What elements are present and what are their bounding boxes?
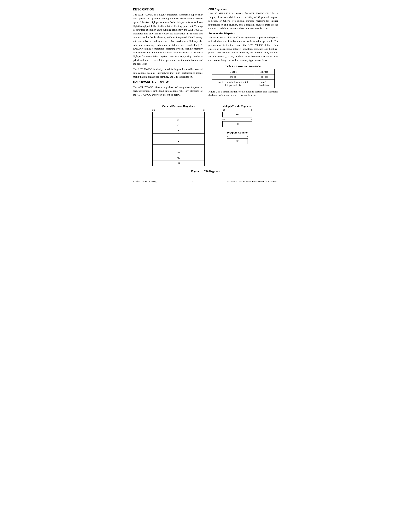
pc-bit-range: 63 0 [227, 135, 248, 138]
gpr-table: 0 r1 r2 • • • [152, 112, 205, 166]
superscalar-dispatch-title: Superscalar Dispatch [208, 32, 278, 35]
pc-register-cell: PC [227, 138, 248, 144]
hi-bit-low: 0 [251, 109, 252, 112]
program-counter-group: Program Counter 63 0 PC [227, 131, 248, 144]
gpr-cell-dot1: • [152, 128, 205, 133]
gpr-row-dot4: • [152, 144, 205, 150]
mul-div-label: Multiply/Divide Registers [223, 105, 252, 108]
hardware-overview-title: HARDWARE OVERVIEW [133, 80, 203, 84]
gpr-cell-30: r30 [152, 155, 205, 161]
gpr-row-1: r1 [152, 117, 205, 123]
gpr-row-0: 0 [152, 112, 205, 117]
multiply-divide-group: Multiply/Divide Registers 63 0 HI 63 0 [223, 105, 252, 127]
gpr-row-dot3: • [152, 139, 205, 144]
cpu-registers-title: CPU Registers [208, 8, 278, 11]
lo-bit-low: 0 [251, 118, 252, 121]
lo-register-table: LO [223, 121, 252, 127]
table-note: Figure 2 is a simplification of the pipe… [208, 90, 278, 97]
gpr-row-29: r29 [152, 150, 205, 155]
footer-center: 2 [192, 180, 193, 182]
table-row2-col1: integer, branch, floating-point, integer… [212, 79, 254, 88]
left-column: DESCRIPTION The ACT 7000SC is a highly i… [133, 8, 203, 99]
lo-register-cell: LO [223, 121, 252, 127]
hardware-overview-section: HARDWARE OVERVIEW The ACT 7000SC offers … [133, 80, 203, 97]
hi-register-row: HI [223, 112, 252, 117]
table-col1-header: F Pipe [212, 69, 254, 74]
table-row1-col2: one of: [254, 74, 274, 79]
table-row2-col2: integer, load/store [254, 79, 274, 88]
hi-bit-high: 63 [223, 109, 225, 112]
table-title: Table 1 – Instruction Issue Rules [208, 65, 278, 68]
top-section: DESCRIPTION The ACT 7000SC is a highly i… [133, 8, 278, 99]
figures-section: General Purpose Registers 63 0 0 r1 r2 [133, 105, 278, 166]
gpr-row-dot2: • [152, 133, 205, 139]
gpr-cell-1: r1 [152, 117, 205, 123]
table-row-1: one of: one of: [212, 74, 274, 79]
figure-caption: Figure 1 – CP0 Registers [133, 170, 278, 173]
gpr-figure: General Purpose Registers 63 0 0 r1 r2 [152, 105, 205, 166]
hi-bit-range: 63 0 [223, 109, 252, 112]
instruction-issue-table: F Pipe M Pipe one of: one of: integer, b… [212, 69, 275, 88]
hi-register-table: HI [223, 112, 252, 117]
table-row-2: integer, branch, floating-point, integer… [212, 79, 274, 88]
instruction-issue-table-container: Table 1 – Instruction Issue Rules F Pipe… [208, 65, 278, 88]
gpr-bit-low: 0 [204, 109, 205, 112]
pc-label: Program Counter [227, 131, 248, 134]
gpr-row-2: r2 [152, 123, 205, 128]
table-row1-col1: one of: [212, 74, 254, 79]
hardware-overview-para: The ACT 7000SC offers a high-level of in… [133, 85, 203, 97]
lo-register-row: LO [223, 121, 252, 127]
gpr-row-31: r31 [152, 161, 205, 166]
lo-bit-high: 63 [223, 118, 225, 121]
description-para-2: The ACT 7000SC is ideally suited for hig… [133, 67, 203, 79]
description-para-1: The ACT 7000SC is a highly integrated sy… [133, 13, 203, 66]
hi-register-cell: HI [223, 112, 252, 117]
gpr-row-dot1: • [152, 128, 205, 133]
gpr-bit-high: 63 [152, 109, 155, 112]
right-registers-block: Multiply/Divide Registers 63 0 HI 63 0 [216, 105, 259, 166]
gpr-cell-dot2: • [152, 133, 205, 139]
gpr-row-30: r30 [152, 155, 205, 161]
gpr-cell-0: 0 [152, 112, 205, 117]
gpr-cell-31: r31 [152, 161, 205, 166]
description-title: DESCRIPTION [133, 8, 203, 11]
footer-right: SCD7000SC REV B 7/30/01 Plainview NY (51… [227, 180, 278, 182]
footer-left: Aeroflex Circuit Technology [133, 180, 158, 182]
lo-bit-range: 63 0 [223, 118, 252, 121]
table-col2-header: M Pipe [254, 69, 274, 74]
page: DESCRIPTION The ACT 7000SC is a highly i… [133, 8, 278, 220]
cpu-registers-para: Like all MIPS ISA processors, the ACT 70… [208, 11, 278, 30]
gpr-bit-range: 63 0 [152, 109, 205, 112]
pc-bit-high: 63 [227, 135, 229, 138]
pc-bit-low: 0 [247, 135, 248, 138]
pc-register-table: PC [227, 138, 248, 144]
gpr-cell-dot4: • [152, 144, 205, 150]
gpr-cell-2: r2 [152, 123, 205, 128]
gpr-cell-29: r29 [152, 150, 205, 155]
pc-register-row: PC [227, 138, 248, 144]
superscalar-dispatch-para: The ACT 7000SC has an efficient symmetri… [208, 36, 278, 62]
right-column: CPU Registers Like all MIPS ISA processo… [208, 8, 278, 99]
gpr-cell-dot3: • [152, 139, 205, 144]
gpr-label: General Purpose Registers [162, 105, 195, 108]
footer: Aeroflex Circuit Technology 2 SCD7000SC … [133, 179, 278, 182]
